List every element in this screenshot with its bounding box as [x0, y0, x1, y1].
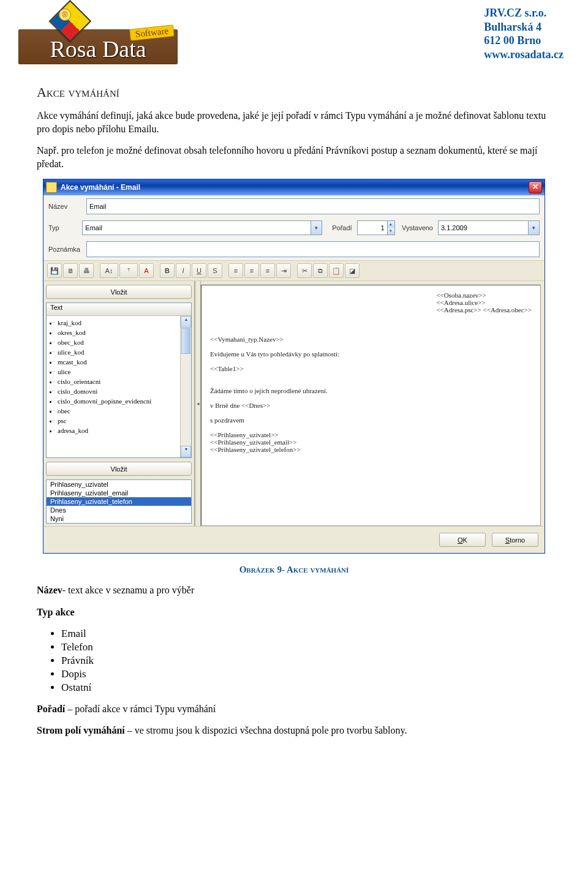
copy-icon[interactable]: ⧉: [313, 263, 328, 278]
editor-text: [210, 314, 532, 321]
vystaveno-datepicker[interactable]: ▾: [438, 220, 540, 235]
object-icon[interactable]: ◪: [345, 263, 360, 278]
list-item[interactable]: Nyni: [47, 514, 191, 523]
page-heading: Akce vymáhání: [37, 85, 551, 100]
new-icon[interactable]: 🗎: [63, 263, 78, 278]
tree-item[interactable]: ulice_kod: [58, 348, 180, 356]
tree-item[interactable]: mcast_kod: [58, 358, 180, 366]
editor-text: [210, 380, 532, 387]
tree-item[interactable]: cislo_domovni: [58, 387, 180, 396]
tree-item[interactable]: psc: [58, 416, 180, 425]
def-strom: Strom polí vymáhání – ve stromu jsou k d…: [37, 724, 551, 737]
print-icon[interactable]: 🖶: [79, 263, 94, 278]
editor-text: <<Adresa.ulice>>: [436, 299, 532, 306]
close-button[interactable]: ✕: [529, 181, 542, 194]
indent-icon[interactable]: ⇥: [276, 263, 291, 278]
list-item: Telefon: [61, 641, 551, 653]
paragraph-2: Např. pro telefon je možné definovat obs…: [37, 144, 551, 170]
def-nazev: Název- text akce v seznamu a pro výběr: [37, 584, 551, 597]
scroll-thumb[interactable]: [181, 328, 190, 354]
editor-text: s pozdravem: [210, 416, 532, 424]
editor-text: [210, 358, 532, 365]
editor-text: [210, 372, 532, 380]
editor-text: <<Prihlaseny_uzivatel>>: [210, 431, 532, 438]
spin-down-icon[interactable]: ▾: [388, 228, 394, 235]
align-center-icon[interactable]: ≡: [244, 263, 259, 278]
underline-icon[interactable]: U: [192, 263, 206, 278]
label-poznamka: Poznámka: [48, 246, 81, 253]
font-color-icon[interactable]: A: [139, 263, 154, 278]
dialog-window: Akce vymáhání - Email ✕ Název Typ ▾ Pořa…: [43, 179, 545, 554]
editor-text: [210, 394, 532, 402]
tree-item[interactable]: obec: [58, 407, 180, 415]
paste-icon[interactable]: 📋: [329, 263, 344, 278]
editor-text: <<Prihlaseny_uzivatel_telefon>>: [210, 446, 532, 453]
editor-text: <<Vymahani_typ.Nazev>>: [210, 336, 532, 343]
editor-text: <<Prihlaseny_uzivatel_email>>: [210, 438, 532, 446]
label-vystaveno: Vystaveno: [400, 224, 433, 231]
vystaveno-value[interactable]: [439, 221, 528, 235]
cut-icon[interactable]: ✂: [297, 263, 312, 278]
poradi-value[interactable]: [358, 221, 387, 235]
tree-item[interactable]: obec_kod: [58, 338, 180, 347]
editor-text: Žádáme tímto o jejich neprodlené uhrazen…: [210, 387, 532, 394]
vars-listbox[interactable]: Prihlaseny_uzivatelPrihlaseny_uzivatel_e…: [46, 479, 192, 524]
font-style-icon[interactable]: ᵀ: [119, 263, 138, 278]
tree-item[interactable]: ulice: [58, 367, 180, 376]
tree-scrollbar[interactable]: ▴ ▾: [180, 316, 191, 457]
typ-select[interactable]: ▾: [82, 220, 322, 235]
list-item[interactable]: Prihlaseny_uzivatel_email: [47, 489, 191, 497]
titlebar-app-icon: [46, 182, 57, 193]
label-nazev: Název: [48, 203, 81, 210]
nazev-input[interactable]: [86, 198, 540, 214]
save-icon[interactable]: 💾: [47, 263, 62, 278]
logo: Rosa Data ® Software: [18, 6, 178, 67]
tree-item[interactable]: okres_kod: [58, 328, 180, 337]
editor-text: [210, 321, 532, 328]
collapse-handle[interactable]: ◂: [195, 281, 201, 526]
cancel-button[interactable]: Storno: [492, 533, 538, 547]
editor-text: [210, 343, 532, 350]
list-item[interactable]: Prihlaseny_uzivatel_telefon: [47, 497, 191, 506]
tree-item[interactable]: cislo_domovni_popisne_evidencni: [58, 397, 180, 405]
bold-icon[interactable]: B: [160, 263, 175, 278]
tree-header[interactable]: Text: [47, 303, 191, 316]
vlozit-button-top[interactable]: Vložit: [46, 285, 192, 299]
editor-text: Evidujeme u Vás tyto pohledávky po splat…: [210, 350, 532, 358]
ok-button[interactable]: OK: [439, 533, 486, 547]
editor-text: [210, 409, 532, 416]
chevron-down-icon[interactable]: ▾: [528, 221, 539, 235]
list-item: Email: [61, 628, 551, 640]
tree-item[interactable]: kraj_kod: [58, 318, 180, 327]
chevron-down-icon[interactable]: ▾: [311, 221, 322, 235]
typ-akce-list: EmailTelefonPrávníkDopisOstatní: [61, 628, 551, 694]
tree-item[interactable]: adresa_kod: [58, 426, 180, 435]
typ-akce-heading: Typ akce: [37, 606, 551, 619]
list-item[interactable]: Prihlaseny_uzivatel: [47, 480, 191, 489]
def-poradi: Pořadí – pořadí akce v rámci Typu vymáhá…: [37, 702, 551, 716]
scroll-down-icon[interactable]: ▾: [181, 446, 191, 457]
tree-item[interactable]: cislo_orientacni: [58, 377, 180, 386]
align-left-icon[interactable]: ≡: [228, 263, 243, 278]
list-item[interactable]: Dnes: [47, 506, 191, 514]
vlozit-button-bottom[interactable]: Vložit: [46, 462, 192, 476]
editor-text: <<Osoba.nazev>>: [436, 291, 532, 299]
window-title: Akce vymáhání - Email: [61, 183, 140, 192]
editor-text: [210, 328, 532, 336]
editor-text: <<Table1>>: [210, 365, 532, 372]
italic-icon[interactable]: I: [176, 263, 190, 278]
template-editor[interactable]: <<Osoba.nazev>><<Adresa.ulice>><<Adresa.…: [201, 285, 541, 526]
font-size-icon[interactable]: A↕: [100, 263, 118, 278]
company-address: JRV.CZ s.r.o. Bulharská 4 612 00 Brno ww…: [484, 6, 564, 61]
typ-value[interactable]: [83, 221, 311, 235]
align-right-icon[interactable]: ≡: [260, 263, 275, 278]
titlebar[interactable]: Akce vymáhání - Email ✕: [43, 179, 545, 195]
editor-text: [210, 424, 532, 431]
poradi-stepper[interactable]: ▴▾: [357, 220, 395, 235]
scroll-up-icon[interactable]: ▴: [181, 316, 191, 328]
spin-up-icon[interactable]: ▴: [388, 221, 394, 228]
editor-text: <<Adresa.psc>> <<Adresa.obec>>: [436, 306, 532, 314]
company-name: JRV.CZ s.r.o.: [484, 6, 564, 20]
strike-icon[interactable]: S: [208, 263, 222, 278]
poznamka-input[interactable]: [86, 241, 540, 257]
